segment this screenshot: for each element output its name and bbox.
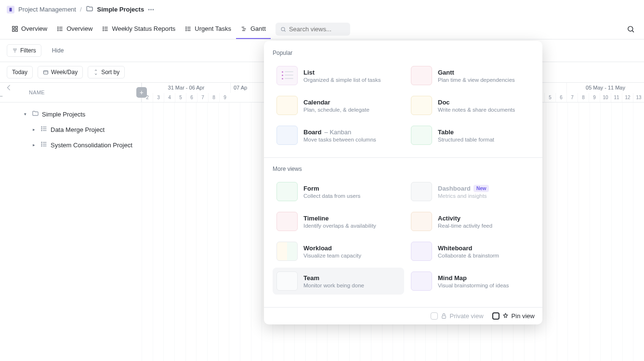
view-option-form[interactable]: FormCollect data from users <box>273 178 404 205</box>
view-option-mind-map[interactable]: Mind MapVisual brainstorming of ideas <box>407 268 539 295</box>
svg-line-27 <box>284 30 285 31</box>
view-option-gantt[interactable]: GanttPlan time & view dependencies <box>407 62 539 89</box>
tree-item[interactable]: ▸Data Merge Project <box>0 122 142 137</box>
list-icon <box>57 26 64 32</box>
search-views-input[interactable] <box>276 23 350 36</box>
day-label: 12 <box>622 93 633 102</box>
view-option-desc: Plan time & view dependencies <box>438 77 535 83</box>
tab-gantt-4[interactable]: Gantt <box>236 19 271 39</box>
breadcrumb-more-button[interactable]: ⋯ <box>148 6 155 13</box>
view-option-desc: Real-time activity feed <box>438 223 535 229</box>
view-thumbnail-icon <box>276 182 298 201</box>
view-thumbnail-icon <box>411 182 432 201</box>
svg-rect-49 <box>442 316 446 318</box>
list-icon <box>40 141 48 149</box>
view-option-workload[interactable]: WorkloadVisualize team capacity <box>273 238 404 265</box>
private-view-label: Private view <box>450 312 484 320</box>
add-column-button[interactable]: + <box>136 87 147 98</box>
week-label: 31 Mar - 06 Apr <box>142 83 230 93</box>
view-option-title: Activity <box>438 215 535 222</box>
checkbox-icon <box>431 312 438 320</box>
view-option-desc: Write notes & share documents <box>438 107 535 113</box>
tab-weekly-status-reports-2[interactable]: Weekly Status Reports <box>97 19 180 39</box>
private-view-toggle[interactable]: Private view <box>431 312 484 320</box>
dropdown-footer: Private view Pin view <box>264 307 542 324</box>
day-label: 11 <box>611 93 622 102</box>
svg-point-10 <box>58 30 58 30</box>
tab-urgent-tasks-3[interactable]: Urgent Tasks <box>180 19 236 39</box>
tab-overview-1[interactable]: Overview <box>52 19 97 39</box>
checkbox-icon <box>492 312 499 320</box>
pin-view-toggle[interactable]: Pin view <box>492 312 535 320</box>
view-option-title: Table <box>438 129 535 136</box>
view-option-table[interactable]: TableStructured table format <box>407 122 539 149</box>
name-column-header: NAME + <box>0 83 142 102</box>
svg-point-8 <box>58 26 58 27</box>
sortby-button[interactable]: Sort by <box>88 66 125 78</box>
view-tabs: OverviewOverviewWeekly Status ReportsUrg… <box>0 19 644 39</box>
view-option-title: Dashboard New <box>438 185 535 192</box>
view-option-desc: Collect data from users <box>303 193 400 199</box>
view-option-timeline[interactable]: TimelineIdentify overlaps & availability <box>273 208 404 235</box>
view-option-title: List <box>303 69 400 76</box>
tree-item[interactable]: ▸System Consolidation Project <box>0 137 142 153</box>
view-option-desc: Organized & simple list of tasks <box>303 77 400 83</box>
view-option-whiteboard[interactable]: WhiteboardCollaborate & brainstorm <box>407 238 539 265</box>
view-thumbnail-icon <box>411 242 432 261</box>
view-option-desc: Move tasks between columns <box>303 137 400 142</box>
weekday-toggle[interactable]: Week/Day <box>38 66 83 78</box>
week-label: 05 May - 11 May <box>566 83 644 93</box>
caret-down-icon: ▾ <box>24 112 29 116</box>
view-option-list[interactable]: ListOrganized & simple list of tasks <box>273 62 404 89</box>
folder-icon <box>32 110 39 118</box>
view-thumbnail-icon <box>276 126 298 145</box>
breadcrumb: Project Management / Simple Projects ⋯ <box>0 0 644 19</box>
pin-icon <box>502 313 509 319</box>
view-option-desc: Plan, schedule, & delegate <box>303 107 400 113</box>
search-icon[interactable] <box>624 23 637 36</box>
view-option-desc: Visualize team capacity <box>303 253 400 258</box>
tree-item-label: System Consolidation Project <box>51 142 132 149</box>
view-option-team[interactable]: TeamMonitor work being done <box>273 268 404 295</box>
tree-root[interactable]: ▾ Simple Projects <box>0 106 142 122</box>
breadcrumb-parent[interactable]: Project Management <box>18 6 76 13</box>
view-option-title: Doc <box>438 99 535 106</box>
svg-point-46 <box>41 142 42 142</box>
view-option-board[interactable]: Board – KanbanMove tasks between columns <box>273 122 404 149</box>
day-label: 7 <box>197 93 208 102</box>
view-option-calendar[interactable]: CalendarPlan, schedule, & delegate <box>273 92 404 119</box>
view-thumbnail-icon <box>411 126 432 145</box>
svg-point-21 <box>186 28 186 29</box>
view-option-doc[interactable]: DocWrite notes & share documents <box>407 92 539 119</box>
search-views-field[interactable] <box>289 26 345 33</box>
collapse-sidebar-icon[interactable] <box>5 84 13 101</box>
svg-point-15 <box>103 28 104 29</box>
hide-button[interactable]: Hide <box>47 45 69 56</box>
day-label: 6 <box>186 93 197 102</box>
day-label: 10 <box>600 93 611 102</box>
view-option-desc: Identify overlaps & availability <box>303 223 400 229</box>
breadcrumb-separator: / <box>80 6 82 13</box>
svg-point-41 <box>41 129 42 129</box>
day-label: 4 <box>164 93 175 102</box>
tab-overview-0[interactable]: Overview <box>7 19 52 39</box>
list-icon <box>102 26 109 32</box>
day-label: 8 <box>208 93 219 102</box>
svg-point-40 <box>41 127 42 127</box>
dashboard-icon <box>12 26 18 32</box>
caret-right-icon: ▸ <box>33 127 38 132</box>
day-label: 7 <box>566 93 578 102</box>
day-label: 6 <box>555 93 566 102</box>
sortby-label: Sort by <box>101 69 119 76</box>
view-option-activity[interactable]: ActivityReal-time activity feed <box>407 208 539 235</box>
view-thumbnail-icon <box>411 96 432 115</box>
filters-button[interactable]: Filters <box>7 44 41 57</box>
view-thumbnail-icon <box>276 96 298 115</box>
view-option-dashboard[interactable]: Dashboard NewMetrics and insights <box>407 178 539 205</box>
today-button[interactable]: Today <box>7 66 33 78</box>
breadcrumb-current[interactable]: Simple Projects <box>97 6 145 13</box>
svg-point-14 <box>103 26 104 27</box>
new-badge: New <box>473 185 489 192</box>
pin-view-label: Pin view <box>512 312 535 320</box>
views-dropdown: PopularListOrganized & simple list of ta… <box>264 41 542 324</box>
